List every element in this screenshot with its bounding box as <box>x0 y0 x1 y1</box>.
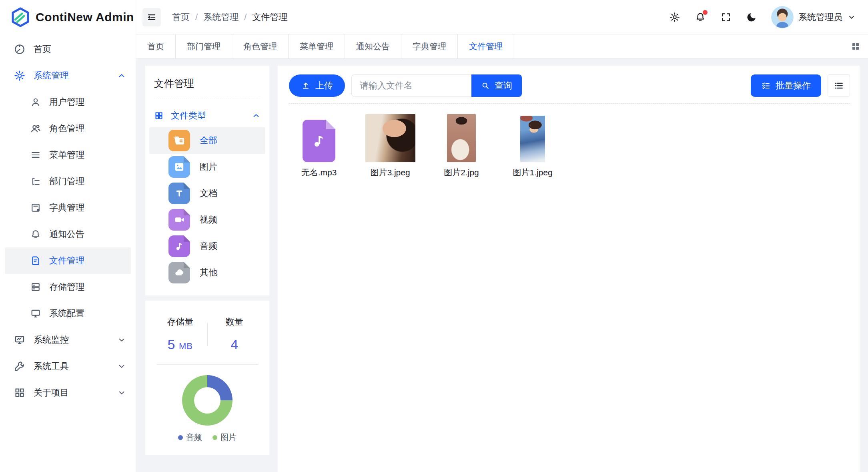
search-input[interactable] <box>351 74 471 97</box>
topbar-actions: 系统管理员 <box>669 6 856 28</box>
file-toolbar: 上传 查询 <box>289 74 850 97</box>
notification-badge <box>703 10 708 15</box>
legend-item[interactable]: 图片 <box>212 432 237 443</box>
tab-departments[interactable]: 部门管理 <box>176 34 232 58</box>
sidebar-item-dictionary[interactable]: 字典管理 <box>5 195 131 221</box>
tabbar-spacer <box>514 34 843 58</box>
chevron-down-icon <box>117 362 126 371</box>
image-thumbnail <box>520 116 545 162</box>
file-type-label: 音频 <box>200 240 217 252</box>
file-name: 图片3.jpeg <box>370 167 410 178</box>
file-type-doc[interactable]: 文档 <box>149 180 265 207</box>
logo[interactable]: ContiNew Admin <box>0 0 136 34</box>
menu-lines-icon <box>30 149 41 161</box>
file-item-image[interactable]: 图片3.jpeg <box>360 113 420 178</box>
sidebar-item-storage[interactable]: 存储管理 <box>5 274 131 300</box>
sidebar: ContiNew Admin 首页 系统管理 <box>0 0 136 472</box>
sidebar-item-system[interactable]: 系统管理 <box>0 62 136 89</box>
tab-menus[interactable]: 菜单管理 <box>289 34 345 58</box>
upload-icon <box>301 81 311 90</box>
tab-bar: 首页 部门管理 角色管理 菜单管理 通知公告 字典管理 文件管理 <box>136 34 868 59</box>
monitor-icon <box>30 308 41 319</box>
file-item-audio[interactable]: 无名.mp3 <box>289 113 349 178</box>
sidebar-item-label: 关于项目 <box>34 387 109 399</box>
sidebar-item-tools[interactable]: 系统工具 <box>0 353 136 380</box>
app-window: ContiNew Admin 首页 系统管理 <box>0 0 868 472</box>
chevron-up-icon <box>117 71 126 80</box>
sidebar-item-about[interactable]: 关于项目 <box>0 380 136 406</box>
file-icon <box>30 255 41 266</box>
storage-value: 5 MB <box>168 337 193 352</box>
tab-dictionary[interactable]: 字典管理 <box>401 34 458 58</box>
tab-roles[interactable]: 角色管理 <box>232 34 289 58</box>
sidebar-item-label: 系统配置 <box>49 307 121 319</box>
breadcrumb-item[interactable]: 首页 <box>172 11 190 23</box>
sidebar-item-files[interactable]: 文件管理 <box>5 247 131 274</box>
user-menu[interactable]: 系统管理员 <box>771 6 856 28</box>
sidebar-item-label: 系统管理 <box>34 70 109 82</box>
tab-home[interactable]: 首页 <box>136 34 176 58</box>
tab-files[interactable]: 文件管理 <box>458 34 514 58</box>
app-title: ContiNew Admin <box>36 10 134 24</box>
breadcrumb-item-current: 文件管理 <box>252 11 287 23</box>
storage-stats-card: 存储量 5 MB 数量 4 音频 <box>145 301 269 455</box>
file-type-section-header[interactable]: 文件类型 <box>145 106 269 127</box>
file-item-image[interactable]: 图片2.jpg <box>431 113 491 178</box>
notifications-button[interactable] <box>694 11 706 23</box>
fullscreen-button[interactable] <box>720 11 732 23</box>
sidebar-item-users[interactable]: 用户管理 <box>5 89 131 115</box>
file-item-image[interactable]: 图片1.jpeg <box>503 113 563 178</box>
batch-actions-button[interactable]: 批量操作 <box>751 74 821 97</box>
divider <box>156 364 258 365</box>
tab-notices[interactable]: 通知公告 <box>345 34 401 58</box>
breadcrumb-separator: / <box>195 12 198 22</box>
view-toggle-button[interactable] <box>828 74 850 97</box>
moon-icon <box>746 12 757 23</box>
chevron-down-icon <box>117 335 126 344</box>
upload-button[interactable]: 上传 <box>289 74 345 97</box>
file-visual <box>303 113 335 162</box>
sidebar-item-monitor[interactable]: 系统监控 <box>0 327 136 353</box>
book-bookmark-icon <box>30 202 41 213</box>
sidebar-item-home[interactable]: 首页 <box>0 36 136 62</box>
count-value: 4 <box>231 337 238 352</box>
divider <box>154 99 261 99</box>
sidebar-item-label: 部门管理 <box>49 175 121 187</box>
sidebar-item-label: 系统工具 <box>34 360 109 372</box>
query-button[interactable]: 查询 <box>471 74 522 97</box>
legend-item[interactable]: 音频 <box>178 432 202 443</box>
divider <box>289 103 850 104</box>
file-type-video[interactable]: 视频 <box>149 207 265 233</box>
sidebar-item-label: 用户管理 <box>49 96 121 108</box>
count-label: 数量 <box>226 316 243 328</box>
image-thumbnail <box>365 114 415 162</box>
video-file-icon <box>168 209 190 231</box>
content-area: 文件管理 文件类型 <box>136 59 868 472</box>
file-type-label: 其他 <box>200 267 217 279</box>
file-grid: 无名.mp3 图片3.jpeg 图片2.jpg <box>289 113 850 178</box>
file-type-label: 图片 <box>200 161 217 173</box>
file-type-image[interactable]: 图片 <box>149 154 265 180</box>
sidebar-item-roles[interactable]: 角色管理 <box>5 115 131 142</box>
settings-button[interactable] <box>669 11 681 23</box>
sidebar-item-menus[interactable]: 菜单管理 <box>5 142 131 168</box>
tab-actions-button[interactable] <box>843 34 868 58</box>
file-type-all[interactable]: 全部 <box>149 127 265 154</box>
dark-mode-button[interactable] <box>746 11 758 23</box>
sidebar-collapse-button[interactable] <box>142 8 161 26</box>
audio-file-large-icon <box>303 120 335 162</box>
top-bar: 首页 / 系统管理 / 文件管理 <box>136 0 868 34</box>
other-file-icon <box>168 262 190 283</box>
file-type-other[interactable]: 其他 <box>149 259 265 286</box>
breadcrumb-item[interactable]: 系统管理 <box>203 11 239 23</box>
sidebar-item-label: 系统监控 <box>34 334 109 346</box>
legend-dot <box>212 435 217 440</box>
image-file-icon <box>168 156 190 178</box>
chevron-down-icon <box>117 388 126 397</box>
sidebar-item-departments[interactable]: 部门管理 <box>5 168 131 195</box>
sidebar-item-notices[interactable]: 通知公告 <box>5 221 131 247</box>
file-type-label: 视频 <box>200 214 217 226</box>
sidebar-item-config[interactable]: 系统配置 <box>5 300 131 327</box>
file-panel: 文件管理 文件类型 <box>145 66 269 472</box>
file-type-audio[interactable]: 音频 <box>149 233 265 259</box>
